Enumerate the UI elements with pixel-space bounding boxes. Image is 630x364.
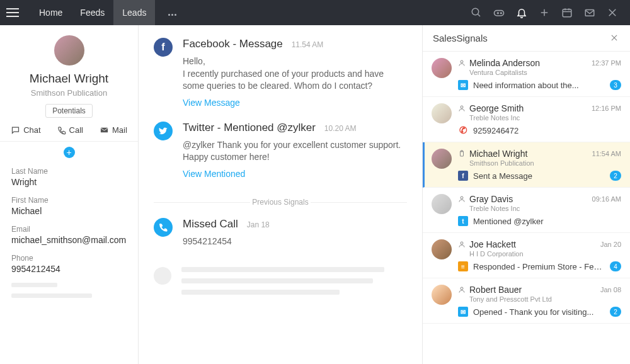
facebook-icon: f xyxy=(458,171,468,181)
item-company: Tony and Presscott Pvt Ltd xyxy=(469,295,621,303)
nav-home[interactable]: Home xyxy=(30,0,71,25)
item-name: Gray Davis xyxy=(469,194,513,204)
topbar: Home Feeds Leads xyxy=(0,0,630,25)
missed-call-icon xyxy=(154,218,173,237)
view-message-link[interactable]: View Message xyxy=(183,98,407,108)
avatar xyxy=(432,149,452,169)
game-icon[interactable] xyxy=(488,0,510,25)
chat-button[interactable]: Chat xyxy=(11,125,40,135)
calendar-icon[interactable] xyxy=(556,0,578,25)
person-name: Michael Wright xyxy=(0,72,138,86)
svg-point-17 xyxy=(461,106,463,108)
person-icon xyxy=(458,241,466,248)
item-action: Need information about the... xyxy=(473,81,605,90)
lead-sidebar: Michael Wright Smithson Publication Pote… xyxy=(0,25,139,364)
first-name-value: Michael xyxy=(11,206,127,216)
survey-icon: ≡ xyxy=(458,261,468,271)
panel-item[interactable]: Gray Davis 09:16 AM Treble Notes Inc t M… xyxy=(423,188,630,233)
clipboard-icon xyxy=(458,150,466,157)
mail-icon: ✉ xyxy=(458,307,468,317)
signal-text: Hello, I recently purchased one of your … xyxy=(183,55,407,93)
chat-label: Chat xyxy=(23,125,40,135)
signal-time: 11.54 AM xyxy=(292,40,324,49)
item-name: Joe Hackett xyxy=(469,239,516,249)
svg-line-1 xyxy=(478,14,480,16)
item-badge: 4 xyxy=(610,261,621,271)
item-company: H I D Corporation xyxy=(469,250,621,258)
item-action: 9259246472 xyxy=(473,126,621,135)
svg-point-21 xyxy=(461,242,463,244)
avatar xyxy=(432,285,452,305)
mail-icon[interactable] xyxy=(578,0,601,25)
svg-rect-13 xyxy=(101,128,108,133)
item-time: 12:37 PM xyxy=(592,59,621,67)
item-action: Responded - Premium Store - Fee... xyxy=(473,262,605,271)
previous-signals-divider: Previous Signals xyxy=(154,198,407,207)
signal-title: Twitter - Mentioned @zylker xyxy=(183,122,316,134)
tools-icon[interactable] xyxy=(601,0,624,25)
signal-missed-call: Missed Call Jan 18 9954212454 xyxy=(139,218,422,267)
panel-item[interactable]: Joe Hackett Jan 20 H I D Corporation ≡ R… xyxy=(423,233,630,278)
twitter-icon: t xyxy=(458,216,468,226)
item-time: 09:16 AM xyxy=(592,195,621,203)
signal-text: @zylker Thank you for your excellent cus… xyxy=(183,139,407,164)
item-name: Melinda Anderson xyxy=(469,58,540,68)
nav-leads[interactable]: Leads xyxy=(113,0,155,25)
item-company: Treble Notes Inc xyxy=(469,205,621,212)
svg-point-20 xyxy=(461,196,463,199)
signal-title: Facebook - Message xyxy=(183,38,283,50)
phone-label: Phone xyxy=(11,254,127,263)
item-badge: 2 xyxy=(610,171,621,181)
mail-icon: ✉ xyxy=(458,80,468,90)
overflow-icon[interactable] xyxy=(168,8,177,18)
panel-item[interactable]: Melinda Anderson 12:37 PM Ventura Capita… xyxy=(423,52,630,97)
email-label: Email xyxy=(11,225,127,234)
menu-icon[interactable] xyxy=(6,8,19,17)
last-name-label: Last Name xyxy=(11,167,127,176)
phone-icon: ✆ xyxy=(458,125,468,135)
plus-icon[interactable] xyxy=(533,0,556,25)
potentials-tag[interactable]: Potentials xyxy=(45,104,93,118)
person-company: Smithson Publication xyxy=(0,88,138,98)
first-name-label: First Name xyxy=(11,196,127,205)
avatar xyxy=(432,58,452,78)
signal-skeleton xyxy=(139,267,422,315)
view-mentioned-link[interactable]: View Mentioned xyxy=(183,169,407,179)
person-icon xyxy=(458,286,466,293)
nav-feeds[interactable]: Feeds xyxy=(71,0,113,25)
add-button[interactable]: + xyxy=(64,147,75,158)
svg-point-22 xyxy=(461,287,463,290)
item-company: Smithson Publication xyxy=(469,159,621,167)
panel-item[interactable]: Robert Bauer Jan 08 Tony and Presscott P… xyxy=(423,278,630,324)
skeleton-icon xyxy=(154,267,171,285)
item-badge: 3 xyxy=(610,80,621,90)
item-badge: 2 xyxy=(610,307,621,317)
item-time: 12:16 PM xyxy=(592,105,621,112)
facebook-icon: f xyxy=(154,38,173,57)
person-icon xyxy=(458,59,466,67)
search-icon[interactable] xyxy=(465,0,488,25)
signal-time: 10.20 AM xyxy=(324,124,357,133)
item-time: Jan 08 xyxy=(600,286,621,293)
svg-point-5 xyxy=(501,13,502,14)
item-time: Jan 20 xyxy=(600,241,621,248)
item-action: Sent a Message xyxy=(473,171,605,181)
item-name: Robert Bauer xyxy=(469,285,522,295)
call-button[interactable]: Call xyxy=(57,125,83,135)
avatar xyxy=(432,103,452,123)
svg-rect-8 xyxy=(563,9,571,17)
twitter-icon xyxy=(154,122,173,140)
bell-icon[interactable] xyxy=(510,0,533,25)
person-icon xyxy=(458,105,466,112)
signal-facebook: f Facebook - Message 11.54 AM Hello, I r… xyxy=(139,38,422,122)
panel-item-selected[interactable]: Michael Wright 11:54 AM Smithson Publica… xyxy=(423,142,630,188)
mail-button[interactable]: Mail xyxy=(100,125,127,135)
panel-item[interactable]: George Smith 12:16 PM Treble Notes Inc ✆… xyxy=(423,97,630,142)
mail-label: Mail xyxy=(112,125,127,135)
svg-point-0 xyxy=(472,8,479,15)
call-label: Call xyxy=(69,125,83,135)
item-company: Ventura Capitalists xyxy=(469,69,621,76)
close-icon[interactable] xyxy=(610,33,620,43)
item-time: 11:54 AM xyxy=(592,150,621,157)
item-action: Mentioned @zylker xyxy=(473,217,621,226)
